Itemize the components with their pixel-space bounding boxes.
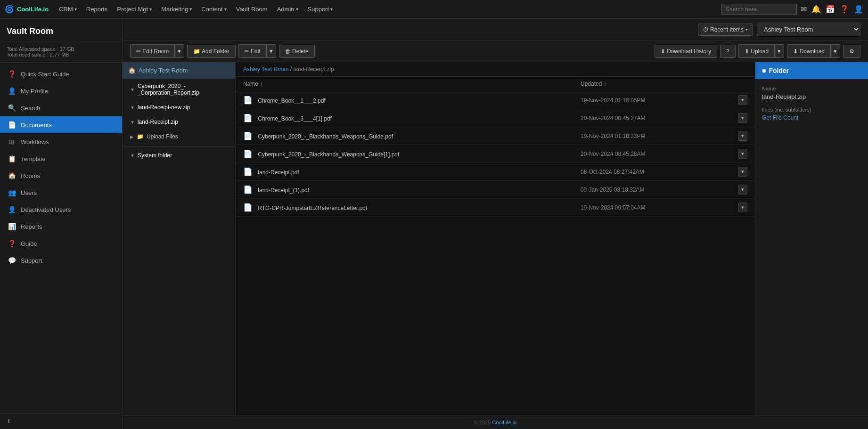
nav-admin[interactable]: Admin ▾ <box>273 4 302 15</box>
file-action-cell: ▾ <box>730 163 755 181</box>
get-file-count-link[interactable]: Get File Count <box>762 114 861 121</box>
col-name[interactable]: Name ↕ <box>236 77 573 91</box>
upload-button[interactable]: ⬆ Upload <box>738 44 774 58</box>
file-action-cell: ▾ <box>730 109 755 127</box>
logo-icon: 🌀 <box>5 5 14 14</box>
breadcrumb-separator: / <box>290 66 294 73</box>
tree-item-3[interactable]: ▶ 📁 Upload Files <box>123 130 235 144</box>
col-updated[interactable]: Updated ↕ <box>573 77 730 91</box>
sidebar-item-my-profile[interactable]: 👤 My Profile <box>0 82 122 99</box>
file-updated-cell: 20-Nov-2024 08:45:27AM <box>573 109 730 127</box>
used-space-text: Total used space : 2.77 MB <box>7 52 115 57</box>
nav-reports[interactable]: Reports <box>82 4 112 15</box>
toolbar-right: ⬇ Download History ? ⬆ Upload ▾ ⬇ Downlo… <box>655 44 860 58</box>
search-input[interactable] <box>721 4 797 15</box>
notification-icon[interactable]: 🔔 <box>811 5 821 14</box>
sidebar-item-reports[interactable]: 📊 Reports <box>0 218 122 235</box>
sidebar-item-support[interactable]: 💬 Support <box>0 252 122 269</box>
footer-copyright: © 2025 <box>474 420 491 425</box>
nav-crm[interactable]: CRM ▾ <box>55 4 81 15</box>
search-icon: 🔍 <box>8 104 16 112</box>
pdf-icon: 📄 <box>243 96 253 104</box>
sidebar-item-guide[interactable]: ❓ Guide <box>0 235 122 252</box>
nav-project-mgt[interactable]: Project Mgt ▾ <box>113 4 156 15</box>
tree-item-1[interactable]: ▼ land-Receipt-new.zip <box>123 100 235 115</box>
folder-header-icon: ■ <box>762 67 766 74</box>
sidebar-item-rooms[interactable]: 🏠 Rooms <box>0 167 122 184</box>
logo-text: CoolLife.io <box>17 6 49 13</box>
nav-support[interactable]: Support ▾ <box>304 4 337 15</box>
edit-room-dropdown-arrow[interactable]: ▾ <box>174 44 184 58</box>
page-footer: © 2025 CoolLife.io <box>123 415 868 429</box>
file-name[interactable]: RTG-CPR-JumpstartEZReferenceLetter.pdf <box>258 205 367 211</box>
tree-root-folder[interactable]: 🏠 Ashley Test Room <box>123 62 235 79</box>
calendar-icon[interactable]: 📅 <box>826 5 835 14</box>
support-arrow-icon: ▾ <box>330 7 333 12</box>
footer-link[interactable]: CoolLife.io <box>492 420 516 425</box>
sidebar-item-deactivated-users[interactable]: 👤 Deactivated Users <box>0 201 122 218</box>
delete-button[interactable]: 🗑 Delete <box>279 45 315 58</box>
file-action-dropdown[interactable]: ▾ <box>738 185 747 194</box>
sidebar-item-quick-start[interactable]: ❓ Quick Start Guide <box>0 65 122 82</box>
nav-icon-group: ✉ 🔔 📅 ❓ 👤 <box>801 5 863 14</box>
file-action-dropdown[interactable]: ▾ <box>738 131 747 141</box>
sidebar-item-workflows[interactable]: ⊞ Workflows <box>0 133 122 150</box>
breadcrumb-part-1[interactable]: Ashley Test Room <box>243 66 289 73</box>
file-name[interactable]: Cyberpunk_2020_-_Blackhands_Weapons_Guid… <box>258 151 399 158</box>
tree-item-2[interactable]: ▼ land-Receipt.zip <box>123 115 235 130</box>
file-name-cell: 📄 land-Receipt_(1).pdf <box>236 181 573 199</box>
sidebar-item-documents[interactable]: 📄 Documents <box>0 116 122 133</box>
col-actions <box>730 77 755 91</box>
sidebar-item-search[interactable]: 🔍 Search <box>0 99 122 116</box>
nav-marketing[interactable]: Marketing ▾ <box>157 4 196 15</box>
download-button[interactable]: ⬇ Download <box>787 44 830 58</box>
help-circle-icon[interactable]: ❓ <box>840 5 849 14</box>
room-selector[interactable]: Ashley Test Room <box>757 23 860 36</box>
file-name[interactable]: land-Receipt_(1).pdf <box>258 187 309 194</box>
help-button[interactable]: ? <box>720 45 736 58</box>
tree-item-4[interactable]: ▼ System folder <box>123 148 235 163</box>
file-name[interactable]: land-Receipt.pdf <box>258 169 299 176</box>
file-name[interactable]: Chrome_Book__3___4[1].pdf <box>258 115 332 122</box>
file-action-dropdown[interactable]: ▾ <box>738 149 747 159</box>
file-action-dropdown[interactable]: ▾ <box>738 95 747 105</box>
file-updated-cell: 19-Nov-2024 01:18:33PM <box>573 127 730 145</box>
chevron-down-icon: ▼ <box>130 120 135 125</box>
nav-vault-room[interactable]: Vault Room <box>232 4 271 15</box>
file-action-dropdown[interactable]: ▾ <box>738 202 747 212</box>
nav-content[interactable]: Content ▾ <box>197 4 230 15</box>
file-list: Ashley Test Room / land-Receipt.zip Name… <box>236 62 755 415</box>
user-account-icon[interactable]: 👤 <box>854 5 863 14</box>
rooms-icon: 🏠 <box>8 172 16 179</box>
file-name[interactable]: Chrome_Book__1___2.pdf <box>258 97 325 104</box>
file-name[interactable]: Cyberpunk_2020_-_Blackhands_Weapons_Guid… <box>258 133 393 140</box>
edit-button[interactable]: ✏ Edit <box>238 44 266 58</box>
download-history-button[interactable]: ⬇ Download History <box>655 45 717 58</box>
file-action-dropdown[interactable]: ▾ <box>738 167 747 177</box>
mail-icon[interactable]: ✉ <box>801 5 807 14</box>
file-name-cell: 📄 RTG-CPR-JumpstartEZReferenceLetter.pdf <box>236 199 573 217</box>
upload-dropdown-arrow[interactable]: ▾ <box>774 44 784 58</box>
edit-room-button[interactable]: ✏ Edit Room <box>130 44 174 58</box>
download-dropdown-arrow[interactable]: ▾ <box>830 44 840 58</box>
panel-header-label: Folder <box>769 67 789 74</box>
sidebar-item-template[interactable]: 📋 Template <box>0 150 122 167</box>
upload-footer-icon[interactable]: ⬆ <box>7 418 11 424</box>
file-action-cell: ▾ <box>730 91 755 109</box>
sidebar-item-users[interactable]: 👥 Users <box>0 184 122 201</box>
file-updated-cell: 19-Nov-2024 09:57:04AM <box>573 199 730 217</box>
app-logo[interactable]: 🌀 CoolLife.io <box>5 5 49 14</box>
recent-items-button[interactable]: ⏱ Recent Items ▾ <box>698 24 753 36</box>
tree-item-0[interactable]: ▼ Cyberpunk_2020_-_Corporation_Report.zi… <box>123 79 235 100</box>
file-updated-cell: 19-Nov-2024 01:18:05PM <box>573 91 730 109</box>
edit-dropdown-arrow[interactable]: ▾ <box>266 44 276 58</box>
add-folder-button[interactable]: 📁 Add Folder <box>187 45 235 58</box>
file-name-cell: 📄 Cyberpunk_2020_-_Blackhands_Weapons_Gu… <box>236 145 573 163</box>
file-tree: 🏠 Ashley Test Room ▼ Cyberpunk_2020_-_Co… <box>123 62 236 415</box>
pdf-icon: 📄 <box>243 150 253 158</box>
settings-button[interactable]: ⚙ <box>843 45 860 58</box>
file-action-dropdown[interactable]: ▾ <box>738 113 747 123</box>
room-header: ⏱ Recent Items ▾ Ashley Test Room <box>123 19 868 40</box>
room-header-right: ⏱ Recent Items ▾ Ashley Test Room <box>698 23 860 36</box>
toolbar-left: ✏ Edit Room ▾ 📁 Add Folder ✏ Edit ▾ 🗑 De… <box>130 44 315 58</box>
